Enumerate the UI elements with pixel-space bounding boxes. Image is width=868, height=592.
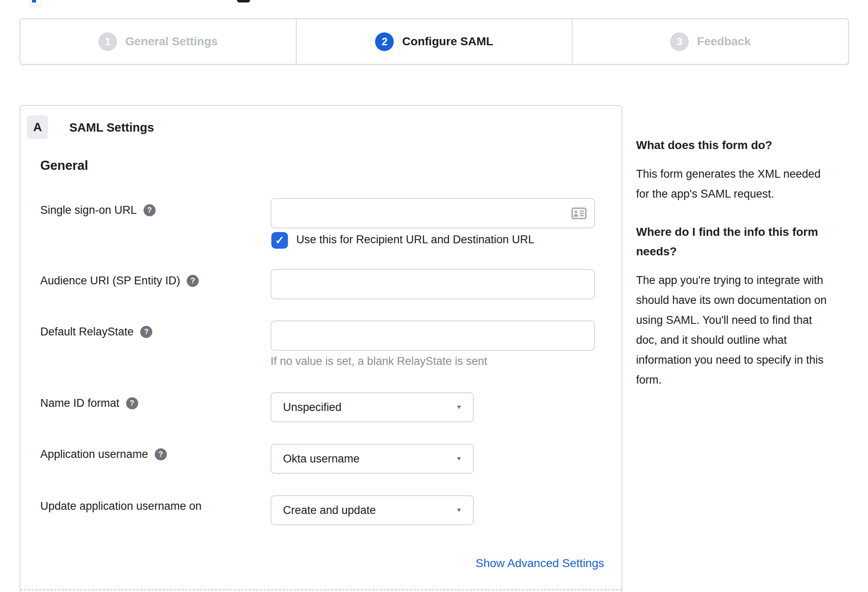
step-feedback[interactable]: 3 Feedback <box>572 19 848 64</box>
audience-uri-input[interactable] <box>271 269 595 299</box>
recipient-url-checkbox-label[interactable]: Use this for Recipient URL and Destinati… <box>296 233 534 246</box>
name-id-format-value: Unspecified <box>283 401 341 414</box>
step-1-number: 1 <box>98 32 117 51</box>
sso-url-label-row: Single sign-on URL ? <box>40 204 156 217</box>
update-username-label: Update application username on <box>40 500 202 513</box>
relay-state-help-icon[interactable]: ? <box>140 326 152 338</box>
help-sidebar: What does this form do? This form genera… <box>636 135 848 408</box>
update-username-select[interactable]: Create and update ▼ <box>271 495 474 525</box>
audience-uri-label-row: Audience URI (SP Entity ID) ? <box>40 274 199 287</box>
application-username-label-row: Application username ? <box>40 448 167 461</box>
help-q1-title: What does this form do? <box>636 135 848 155</box>
help-q2-title: Where do I find the info this form needs… <box>636 222 848 261</box>
application-username-value: Okta username <box>283 453 360 465</box>
update-username-value: Create and update <box>283 504 376 517</box>
help-q1-body: This form generates the XML needed for t… <box>636 164 848 204</box>
name-id-format-help-icon[interactable]: ? <box>126 397 138 409</box>
sso-url-input[interactable] <box>271 198 595 228</box>
name-id-format-label: Name ID format <box>40 397 119 410</box>
step-general-settings[interactable]: 1 General Settings <box>20 19 296 64</box>
help-q2-body: The app you're trying to integrate with … <box>636 270 848 390</box>
step-3-number: 3 <box>670 32 689 51</box>
audience-uri-input-wrap <box>271 269 595 299</box>
application-username-help-icon[interactable]: ? <box>155 448 167 460</box>
relay-state-input-wrap <box>271 320 595 351</box>
recipient-url-checkbox[interactable]: ✓ <box>271 232 288 249</box>
relay-state-label: Default RelayState <box>40 325 134 338</box>
sso-url-help-icon[interactable]: ? <box>144 204 156 216</box>
update-username-label-row: Update application username on <box>40 500 202 513</box>
step-2-label: Configure SAML <box>402 35 493 48</box>
chevron-down-icon: ▼ <box>456 404 462 410</box>
panel-title: SAML Settings <box>69 121 154 135</box>
name-id-format-label-row: Name ID format ? <box>40 397 138 410</box>
relay-state-input[interactable] <box>271 320 595 351</box>
section-a-badge: A <box>27 115 48 139</box>
step-3-label: Feedback <box>697 35 751 48</box>
wizard-stepbar: 1 General Settings 2 Configure SAML 3 Fe… <box>20 18 849 65</box>
chevron-down-icon: ▼ <box>456 507 462 513</box>
relay-state-label-row: Default RelayState ? <box>40 325 152 338</box>
sso-url-input-wrap <box>271 198 595 228</box>
contact-card-icon <box>571 207 587 219</box>
chevron-down-icon: ▼ <box>456 455 462 462</box>
step-1-label: General Settings <box>125 35 218 48</box>
step-2-number: 2 <box>375 32 394 51</box>
name-id-format-select[interactable]: Unspecified ▼ <box>271 392 474 422</box>
sso-url-label: Single sign-on URL <box>40 204 137 217</box>
audience-uri-label: Audience URI (SP Entity ID) <box>40 274 180 287</box>
show-advanced-settings-link[interactable]: Show Advanced Settings <box>475 557 604 570</box>
saml-settings-panel: A SAML Settings General Single sign-on U… <box>20 105 622 592</box>
relay-state-hint: If no value is set, a blank RelayState i… <box>271 355 487 368</box>
audience-uri-help-icon[interactable]: ? <box>187 275 199 287</box>
general-section-heading: General <box>40 158 88 173</box>
application-username-label: Application username <box>40 448 148 461</box>
cropped-dark-icon-fragment <box>237 0 250 2</box>
application-username-select[interactable]: Okta username ▼ <box>271 444 474 474</box>
checkmark-icon: ✓ <box>275 234 285 247</box>
section-divider <box>20 589 622 590</box>
step-configure-saml[interactable]: 2 Configure SAML <box>296 19 572 64</box>
cropped-ghost-fragment <box>29 2 41 7</box>
